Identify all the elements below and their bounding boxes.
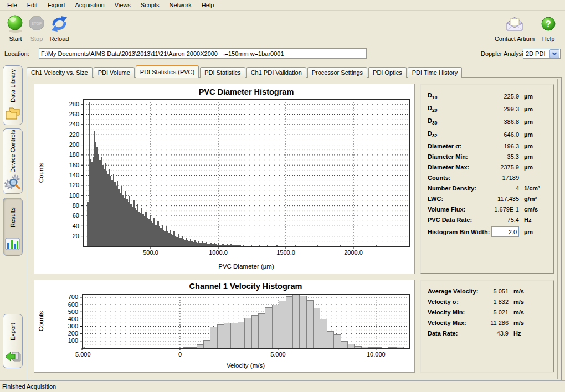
tab-pdi-volume[interactable]: PDI Volume: [94, 67, 135, 78]
y-axis-label: Counts: [38, 311, 44, 332]
y-tick-label: 280: [69, 101, 79, 107]
sidebar: Data Library Device Controls: [0, 64, 27, 380]
x-axis-label: PVC Diameter (µm): [218, 263, 274, 270]
stat-row: Diameter Max:2375.9µm: [428, 162, 547, 172]
stat-label: D30: [428, 117, 486, 126]
stat-value: 299.3: [486, 106, 519, 112]
menu-item-edit[interactable]: Edit: [22, 1, 43, 9]
stat-row: D32646.0µm: [428, 128, 547, 141]
menu-item-network[interactable]: Network: [164, 1, 196, 9]
application-window: FileEditExportAcquisitionViewsScriptsNet…: [0, 0, 565, 392]
stop-icon: STOP: [27, 13, 47, 34]
gear-search-icon: [4, 174, 21, 190]
x-tick-label: -5.000: [73, 351, 90, 358]
stat-value: 5 051: [485, 288, 508, 295]
stat-value: 75.4: [486, 216, 519, 223]
stat-row: Number Density:41/cm³: [428, 183, 547, 193]
y-tick-label: 100: [69, 192, 79, 199]
stat-row: Counts:17189: [428, 172, 547, 183]
stat-unit: m/s: [508, 288, 547, 295]
stat-row: Average Velocity:5 051m/s: [428, 286, 547, 296]
bar-chart-icon: [5, 237, 20, 252]
tab-pdi-statistics[interactable]: PDI Statistics: [200, 67, 245, 78]
stat-unit: m/s: [508, 319, 547, 326]
stat-value: 1 832: [485, 298, 508, 305]
chevron-down-icon: [549, 49, 559, 58]
help-button[interactable]: ? Help: [538, 13, 558, 42]
sidebar-item-label: Export: [9, 314, 16, 349]
tab-pdi-time-history[interactable]: PDI Time History: [408, 67, 463, 78]
y-tick-label: 600: [68, 301, 78, 308]
tab-pdi-optics[interactable]: PDI Optics: [368, 67, 407, 78]
start-button[interactable]: Start: [3, 13, 28, 42]
stat-value: 35.3: [486, 153, 519, 160]
stat-row: D10225.9µm: [428, 90, 547, 102]
sidebar-item-data-library[interactable]: Data Library: [3, 65, 23, 125]
menu-item-help[interactable]: Help: [197, 1, 219, 9]
tab-processor-settings[interactable]: Processor Settings: [307, 67, 367, 78]
stat-value: 11 286: [485, 319, 508, 326]
x-tick-label: 1500.0: [276, 249, 295, 256]
stat-label: Average Velocity:: [428, 288, 485, 295]
y-tick-label: 40: [73, 223, 79, 229]
menu-item-views[interactable]: Views: [110, 1, 136, 9]
menu-item-export[interactable]: Export: [43, 1, 70, 9]
x-tick-label: 1000.0: [209, 249, 228, 256]
stat-row: D30386.8µm: [428, 115, 547, 128]
histogram-bin-width-input[interactable]: [491, 226, 519, 237]
stat-value: 646.0: [486, 131, 519, 138]
menu-item-acquisition[interactable]: Acquisition: [70, 1, 110, 9]
chart-title: PVC Diameter Histogram: [199, 87, 294, 96]
velocity-histogram-panel: 100200300400500600700-5.00005.00010.000C…: [34, 280, 415, 373]
stat-label: Histogram Bin Width:: [428, 229, 491, 235]
y-tick-label: 160: [69, 162, 79, 168]
sidebar-item-export[interactable]: Export: [3, 314, 23, 368]
velocity-histogram-chart: 100200300400500600700-5.00005.00010.000C…: [34, 280, 414, 372]
y-tick-label: 500: [68, 308, 78, 315]
menu-item-file[interactable]: File: [2, 1, 22, 9]
sidebar-item-results[interactable]: Results: [3, 198, 23, 256]
stat-label: PVC Data Rate:: [428, 216, 486, 223]
stat-label: Velocity Max:: [428, 319, 485, 326]
x-axis-label: Velocity (m/s): [227, 362, 265, 369]
tab-pdi-statistics-pvc-[interactable]: PDI Statistics (PVC): [136, 65, 199, 78]
stat-label: Velocity σ:: [428, 298, 485, 305]
stat-row: LWC:117.435g/m³: [428, 193, 547, 204]
stat-value: 196.3: [486, 143, 519, 149]
help-button-label: Help: [538, 35, 558, 42]
export-arrow-icon: [4, 349, 21, 365]
start-icon: [3, 13, 28, 34]
stop-button[interactable]: STOP Stop: [27, 13, 47, 42]
diameter-stats-panel: D10225.9µmD20299.3µmD30386.8µmD32646.0µm…: [420, 84, 554, 274]
menu-bar: FileEditExportAcquisitionViewsScriptsNet…: [0, 0, 565, 11]
stat-label: LWC:: [428, 195, 486, 202]
doppler-analysis-value: 2D PDI: [523, 50, 549, 57]
tab-ch1-velocity-vs-size[interactable]: Ch1 Velocity vs. Size: [27, 67, 93, 78]
doppler-analysis-select[interactable]: 2D PDI: [523, 49, 561, 59]
vertical-splitter[interactable]: [557, 79, 561, 379]
status-text: Finished Acquisition: [2, 383, 56, 390]
contact-artium-label: Contact Artium: [491, 35, 538, 42]
stat-unit: µm: [519, 229, 547, 235]
menu-item-scripts[interactable]: Scripts: [136, 1, 165, 9]
contact-artium-button[interactable]: Contact Artium: [491, 13, 538, 42]
stat-row: Diameter Min:35.3µm: [428, 151, 547, 162]
y-tick-label: 120: [69, 182, 79, 188]
y-axis-label: Counts: [38, 163, 44, 183]
doppler-analysis-label: Doppler Analysis:: [481, 50, 528, 57]
tab-ch1-pdi-validation[interactable]: Ch1 PDI Validation: [246, 67, 306, 78]
stat-unit: µm: [519, 143, 547, 149]
x-tick-label: 5.000: [270, 351, 286, 358]
stat-unit: Hz: [508, 330, 547, 337]
location-input[interactable]: [39, 48, 367, 59]
sidebar-item-label: Data Library: [9, 66, 16, 106]
stat-value: 1.679E-1: [486, 206, 519, 213]
stat-value: 17189: [486, 174, 519, 181]
y-tick-label: 200: [68, 330, 78, 337]
stat-label: D20: [428, 105, 486, 113]
chart-title: Channel 1 Velocity Histogram: [189, 282, 302, 291]
reload-button[interactable]: Reload: [47, 13, 72, 42]
stat-label: Number Density:: [428, 185, 486, 192]
sidebar-item-device-controls[interactable]: Device Controls: [3, 128, 23, 194]
y-tick-label: 700: [68, 293, 78, 300]
